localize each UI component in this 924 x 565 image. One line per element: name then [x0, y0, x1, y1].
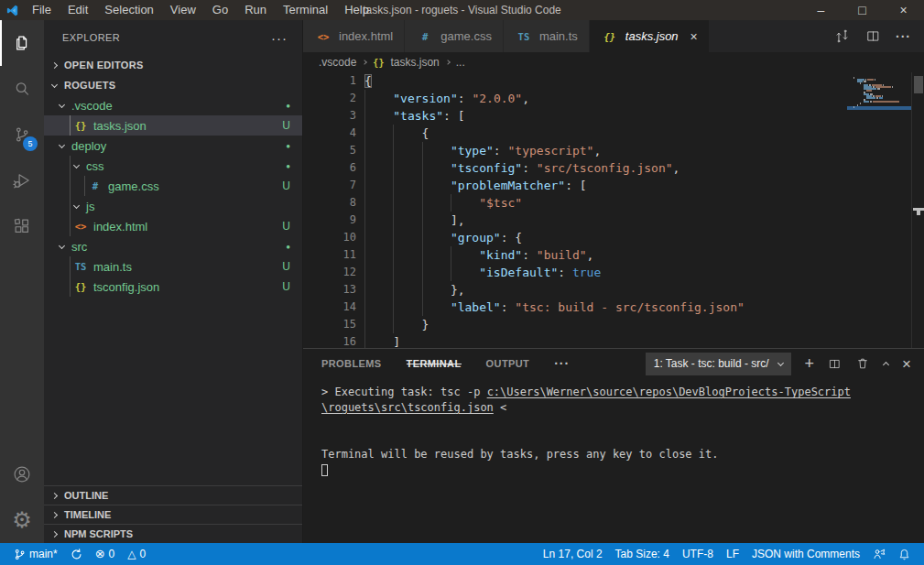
indent-guide — [70, 115, 71, 136]
tree-item-main-ts[interactable]: TSmain.tsU — [44, 256, 302, 277]
code-line-6[interactable]: 6"tsconfig": "src/tsconfig.json", — [303, 159, 924, 177]
new-terminal-icon[interactable]: + — [805, 355, 815, 372]
code-line-16[interactable]: 16] — [303, 333, 924, 348]
tree-item-game-css[interactable]: #game.cssU — [44, 176, 302, 196]
section-npm-scripts[interactable]: NPM SCRIPTS — [44, 524, 302, 543]
kill-terminal-icon[interactable] — [855, 356, 870, 371]
status-eol[interactable]: LF — [720, 543, 745, 565]
code-editor[interactable]: 1{2"version": "2.0.0",3"tasks": [4{5"typ… — [303, 72, 924, 348]
section-outline[interactable]: OUTLINE — [44, 485, 302, 505]
sidebar-title: EXPLORER — [62, 32, 120, 43]
status-cursor-position[interactable]: Ln 17, Col 2 — [537, 543, 609, 565]
tree-item-tasks-json[interactable]: {}tasks.jsonU — [44, 115, 302, 136]
menu-file[interactable]: File — [24, 0, 60, 20]
split-editor-icon[interactable] — [865, 28, 881, 44]
open-changes-icon[interactable] — [833, 27, 851, 45]
activity-search[interactable] — [0, 66, 44, 112]
code-token: : [ — [443, 109, 464, 123]
section-timeline[interactable]: TIMELINE — [44, 505, 302, 524]
status-encoding[interactable]: UTF-8 — [676, 543, 720, 565]
code-line-14[interactable]: 14"label": "tsc: build - src/tsconfig.js… — [303, 299, 924, 316]
panel-tab-output[interactable]: OUTPUT — [486, 358, 530, 369]
breadcrumb-separator-icon — [363, 60, 368, 65]
error-icon: ⊗ — [95, 548, 105, 560]
tree-item-js[interactable]: js — [44, 196, 302, 216]
tab-main-ts[interactable]: TSmain.ts — [504, 20, 589, 52]
terminal-file-link[interactable]: c:\Users\Werner\source\repos\DevBlogProj… — [487, 386, 851, 398]
tree-item-deploy[interactable]: deploy● — [44, 136, 302, 156]
tree-item-src[interactable]: src● — [44, 236, 302, 256]
sidebar-more-actions[interactable]: ··· — [271, 30, 288, 46]
line-number: 9 — [303, 212, 356, 229]
code-line-15[interactable]: 15} — [303, 316, 924, 333]
menu-selection[interactable]: Selection — [96, 0, 161, 20]
code-line-12[interactable]: 12"isDefault": true — [303, 264, 924, 281]
breadcrumb-item[interactable]: tasks.json — [390, 56, 439, 69]
panel-tab-terminal[interactable]: TERMINAL — [407, 358, 462, 369]
code-line-9[interactable]: 9], — [303, 212, 924, 229]
menu-view[interactable]: View — [162, 0, 204, 20]
code-line-13[interactable]: 13}, — [303, 281, 924, 299]
modified-dot-badge: ● — [286, 243, 290, 251]
activity-settings[interactable]: ⚙ — [0, 497, 44, 543]
tab-tasks-json[interactable]: {}tasks.json× — [590, 20, 709, 52]
open-editors-section[interactable]: OPEN EDITORS — [44, 55, 302, 75]
more-actions-icon[interactable]: ··· — [896, 29, 911, 44]
menu-help[interactable]: Help — [336, 0, 377, 20]
menu-run[interactable]: Run — [236, 0, 275, 20]
close-tab-icon[interactable]: × — [690, 29, 698, 44]
breadcrumb-item[interactable]: .vscode — [319, 56, 356, 69]
status-warnings[interactable]: △0 — [121, 543, 152, 565]
code-line-8[interactable]: 8"$tsc" — [303, 194, 924, 212]
sidebar-explorer: EXPLORER ··· OPEN EDITORS ROGUETS .vscod… — [44, 20, 302, 543]
code-line-5[interactable]: 5"type": "typescript", — [303, 142, 924, 159]
modified-dot-badge: ● — [286, 142, 290, 150]
code-line-1[interactable]: 1{ — [303, 72, 924, 90]
minimap[interactable] — [853, 77, 909, 108]
code-line-2[interactable]: 2"version": "2.0.0", — [303, 90, 924, 107]
tree-item-css[interactable]: css● — [44, 156, 302, 176]
status-language-mode[interactable]: JSON with Comments — [745, 543, 866, 565]
close-button[interactable]: × — [883, 0, 924, 20]
activity-extensions[interactable] — [0, 203, 44, 249]
status-feedback[interactable] — [866, 543, 892, 565]
panel-more-actions[interactable]: ··· — [554, 356, 570, 371]
close-panel-icon[interactable]: × — [902, 356, 911, 372]
code-line-11[interactable]: 11"kind": "build", — [303, 246, 924, 264]
editor-tabs: <>index.html#game.cssTSmain.ts{}tasks.js… — [303, 20, 710, 52]
tree-item-index-html[interactable]: <>index.htmlU — [44, 216, 302, 236]
code-line-10[interactable]: 10"group": { — [303, 229, 924, 246]
chevron-down-icon — [59, 242, 65, 248]
code-line-3[interactable]: 3"tasks": [ — [303, 107, 924, 125]
status-indentation[interactable]: Tab Size: 4 — [609, 543, 676, 565]
split-terminal-icon[interactable] — [828, 357, 842, 371]
breadcrumb-item[interactable]: ... — [456, 56, 465, 69]
maximize-panel-icon[interactable] — [884, 360, 888, 367]
menu-terminal[interactable]: Terminal — [275, 0, 336, 20]
status-notifications[interactable] — [892, 543, 917, 565]
panel-tab-problems[interactable]: PROBLEMS — [321, 358, 382, 369]
activity-source-control[interactable]: 5 — [0, 112, 44, 158]
overview-ruler[interactable] — [911, 72, 924, 348]
minimize-button[interactable]: – — [800, 0, 842, 20]
root-folder-section[interactable]: ROGUETS — [44, 75, 302, 95]
status-sync[interactable] — [64, 543, 89, 565]
maximize-button[interactable]: □ — [842, 0, 883, 20]
status-branch[interactable]: main* — [7, 543, 64, 565]
code-line-7[interactable]: 7"problemMatcher": [ — [303, 177, 924, 194]
activity-run-debug[interactable] — [0, 158, 44, 203]
terminal-picker-dropdown[interactable]: 1: Task - tsc: build - src/ — [646, 353, 791, 375]
status-errors[interactable]: ⊗0 — [89, 543, 122, 565]
tab-game-css[interactable]: #game.css — [405, 20, 503, 52]
activity-explorer[interactable] — [0, 20, 44, 66]
tree-item--vscode[interactable]: .vscode● — [44, 95, 302, 115]
scrollbar-slider[interactable] — [914, 76, 923, 93]
code-line-4[interactable]: 4{ — [303, 125, 924, 142]
terminal-file-link[interactable]: \roguets\src\tsconfig.json — [321, 401, 494, 414]
activity-account[interactable] — [0, 451, 44, 497]
tab-index-html[interactable]: <>index.html — [303, 20, 404, 52]
menu-go[interactable]: Go — [204, 0, 236, 20]
tree-item-tsconfig-json[interactable]: {}tsconfig.jsonU — [44, 277, 302, 297]
terminal-output[interactable]: > Executing task: tsc -p c:\Users\Werner… — [303, 378, 924, 478]
menu-edit[interactable]: Edit — [60, 0, 96, 20]
